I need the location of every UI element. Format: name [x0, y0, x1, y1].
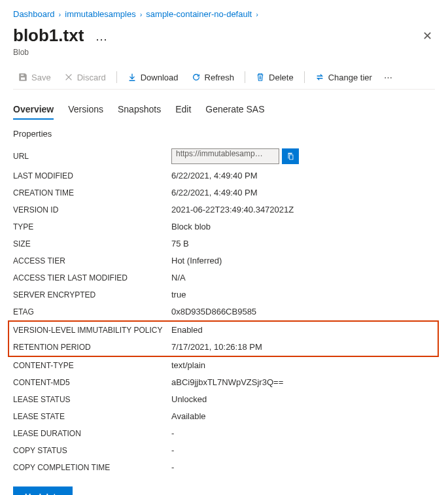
- more-icon[interactable]: ⋯: [95, 33, 108, 46]
- prop-creation-time: CREATION TIME 6/22/2021, 4:49:40 PM: [13, 184, 435, 201]
- tab-overview[interactable]: Overview: [13, 100, 54, 120]
- prop-value: Block blob: [171, 222, 211, 231]
- prop-label: TYPE: [13, 222, 171, 231]
- prop-label: COPY COMPLETION TIME: [13, 463, 171, 472]
- prop-value: Hot (Inferred): [171, 256, 222, 265]
- prop-value: 6/22/2021, 4:49:40 PM: [171, 188, 258, 197]
- prop-label: VERSION-LEVEL IMMUTABILITY POLICY: [13, 326, 171, 335]
- change-tier-button[interactable]: Change tier: [310, 70, 377, 85]
- prop-value: Enabled: [171, 325, 203, 335]
- prop-value: -: [171, 445, 174, 455]
- separator: [304, 71, 305, 83]
- prop-label: RETENTION PERIOD: [13, 343, 171, 352]
- page-subtitle: Blob: [13, 48, 435, 57]
- tab-versions[interactable]: Versions: [68, 100, 103, 120]
- url-value[interactable]: https://immutablesamp…: [171, 148, 279, 164]
- prop-label: LAST MODIFIED: [13, 171, 171, 180]
- breadcrumb-dashboard[interactable]: Dashboard: [13, 9, 55, 19]
- prop-label: CONTENT-TYPE: [13, 361, 171, 370]
- prop-value: 2021-06-22T23:49:40.3472021Z: [171, 205, 294, 214]
- prop-value: 0x8D935D866CB9585: [171, 307, 256, 316]
- save-button: Save: [13, 70, 56, 85]
- prop-label: ETAG: [13, 307, 171, 316]
- prop-value: 7/17/2021, 10:26:18 PM: [171, 342, 262, 352]
- breadcrumb-storage-account[interactable]: immutablesamples: [65, 9, 135, 19]
- chevron-right-icon: ›: [256, 10, 258, 18]
- prop-lease-state: LEASE STATE Available: [13, 408, 435, 425]
- prop-access-tier-last-modified: ACCESS TIER LAST MODIFIED N/A: [13, 269, 435, 286]
- prop-copy-status: COPY STATUS -: [13, 442, 435, 459]
- prop-label: ACCESS TIER: [13, 256, 171, 265]
- discard-button: Discard: [59, 70, 111, 85]
- change-tier-icon: [315, 73, 324, 82]
- prop-lease-duration: LEASE DURATION -: [13, 425, 435, 442]
- highlight-box: VERSION-LEVEL IMMUTABILITY POLICY Enable…: [8, 320, 439, 357]
- prop-value: true: [171, 290, 186, 299]
- discard-icon: [64, 73, 73, 82]
- refresh-icon: [192, 73, 201, 82]
- separator: [245, 71, 245, 83]
- chevron-right-icon: ›: [59, 10, 61, 18]
- refresh-button[interactable]: Refresh: [186, 70, 240, 85]
- chevron-right-icon: ›: [140, 10, 143, 18]
- prop-label: CONTENT-MD5: [13, 378, 171, 387]
- prop-label: LEASE STATUS: [13, 395, 171, 404]
- separator: [116, 71, 117, 83]
- undelete-button[interactable]: Undelete: [13, 486, 73, 495]
- page-title: blob1.txt: [13, 26, 84, 45]
- prop-value: Unlocked: [171, 394, 207, 404]
- prop-label: URL: [13, 152, 171, 161]
- prop-access-tier: ACCESS TIER Hot (Inferred): [13, 252, 435, 269]
- prop-type: TYPE Block blob: [13, 218, 435, 235]
- prop-size: SIZE 75 B: [13, 235, 435, 252]
- prop-label: LEASE DURATION: [13, 429, 171, 438]
- prop-lease-status: LEASE STATUS Unlocked: [13, 391, 435, 408]
- prop-value: -: [171, 428, 174, 438]
- prop-label: LEASE STATE: [13, 412, 171, 421]
- copy-button[interactable]: [282, 148, 299, 164]
- prop-immutability-policy: VERSION-LEVEL IMMUTABILITY POLICY Enable…: [13, 322, 435, 339]
- close-icon[interactable]: ✕: [420, 26, 435, 46]
- more-icon[interactable]: ⋯: [380, 70, 397, 85]
- toolbar: Save Discard Download Refresh Delete Cha…: [13, 66, 435, 90]
- prop-value: 6/22/2021, 4:49:40 PM: [171, 171, 258, 180]
- breadcrumb: Dashboard › immutablesamples › sample-co…: [13, 7, 435, 26]
- prop-value: 75 B: [171, 239, 189, 248]
- delete-button[interactable]: Delete: [250, 70, 299, 85]
- prop-copy-completion-time: COPY COMPLETION TIME -: [13, 459, 435, 476]
- prop-version-id: VERSION ID 2021-06-22T23:49:40.3472021Z: [13, 201, 435, 218]
- header: blob1.txt ⋯ ✕: [13, 26, 435, 46]
- delete-icon: [256, 73, 265, 82]
- prop-value: N/A: [171, 273, 186, 282]
- prop-value: Available: [171, 411, 206, 421]
- prop-label: CREATION TIME: [13, 188, 171, 197]
- prop-label: SIZE: [13, 239, 171, 248]
- tabs: Overview Versions Snapshots Edit Generat…: [13, 95, 435, 120]
- prop-server-encrypted: SERVER ENCRYPTED true: [13, 286, 435, 303]
- prop-last-modified: LAST MODIFIED 6/22/2021, 4:49:40 PM: [13, 167, 435, 184]
- breadcrumb-container[interactable]: sample-container-no-default: [146, 9, 252, 19]
- prop-label: ACCESS TIER LAST MODIFIED: [13, 273, 171, 282]
- tab-edit[interactable]: Edit: [175, 100, 191, 120]
- prop-value: -: [171, 462, 174, 472]
- download-button[interactable]: Download: [122, 70, 184, 85]
- prop-label: COPY STATUS: [13, 446, 171, 455]
- prop-content-type: CONTENT-TYPE text/plain: [13, 357, 435, 374]
- properties-heading: Properties: [13, 129, 435, 139]
- prop-url: URL https://immutablesamp…: [13, 145, 435, 167]
- tab-generate-sas[interactable]: Generate SAS: [205, 100, 264, 120]
- tab-snapshots[interactable]: Snapshots: [118, 100, 161, 120]
- prop-content-md5: CONTENT-MD5 aBCi9jjbxTL7NWpVZSjr3Q==: [13, 374, 435, 391]
- prop-retention-period: RETENTION PERIOD 7/17/2021, 10:26:18 PM: [13, 339, 435, 356]
- copy-icon: [286, 152, 295, 161]
- save-icon: [18, 73, 27, 82]
- prop-value: text/plain: [171, 360, 205, 370]
- prop-label: VERSION ID: [13, 205, 171, 214]
- prop-value: aBCi9jjbxTL7NWpVZSjr3Q==: [171, 377, 283, 387]
- prop-etag: ETAG 0x8D935D866CB9585: [13, 303, 435, 320]
- prop-label: SERVER ENCRYPTED: [13, 290, 171, 299]
- download-icon: [128, 73, 137, 82]
